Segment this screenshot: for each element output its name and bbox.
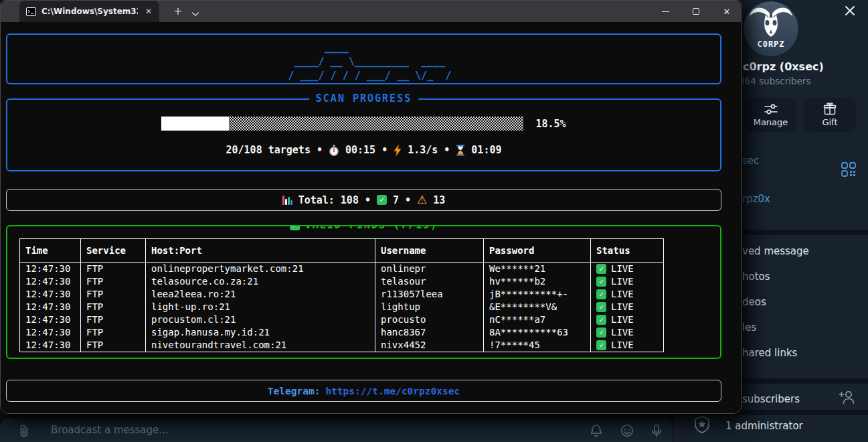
message-input[interactable]: Broadcast a message... xyxy=(51,424,169,436)
scan-progress-title: SCAN PROGRESS xyxy=(309,92,418,104)
tab-title: C:\Windows\System32\cmd.e xyxy=(41,7,138,16)
manage-button[interactable]: Manage xyxy=(745,98,796,132)
password-cell: !7*****45 xyxy=(484,339,591,352)
minimize-button[interactable] xyxy=(650,1,681,22)
subscribers-row[interactable]: subscribers xyxy=(742,393,800,405)
manage-label: Manage xyxy=(754,117,788,127)
service-cell: FTP xyxy=(81,313,146,326)
table-row: 12:47:30FTPonlinepropertymarket.com:21on… xyxy=(20,263,664,276)
lightning-icon xyxy=(394,145,402,156)
screen: { "terminal_window": { "tab_title": "C:\… xyxy=(0,0,868,442)
hourglass-icon xyxy=(456,145,465,156)
live-check-icon: ✓ xyxy=(596,315,606,325)
live-check-icon: ✓ xyxy=(596,264,606,274)
valid-finds-title: ✓ VALID FINDS (7/15) xyxy=(283,225,445,231)
time-cell: 12:47:30 xyxy=(20,275,81,288)
status-cell: ✓LIVE xyxy=(591,326,664,339)
live-check-icon: ✓ xyxy=(596,289,606,299)
live-label: LIVE xyxy=(611,263,634,275)
terminal-window: C:\Windows\System32\cmd.e ✕ + ✕ ____ ___… xyxy=(0,0,742,414)
emoji-icon[interactable] xyxy=(620,423,634,441)
close-icon[interactable] xyxy=(841,1,859,20)
hostport-cell: leea2leea.ro:21 xyxy=(146,288,375,301)
col-status: Status xyxy=(591,239,664,263)
channel-avatar[interactable]: C0RPZ xyxy=(744,1,798,56)
finds-table: Time Service Host:Port Username Password… xyxy=(19,238,664,352)
ascii-banner: ____ ____/ __ \_________ ____ / ___/ / /… xyxy=(276,41,452,83)
maximize-button[interactable] xyxy=(681,1,711,22)
col-service: Service xyxy=(81,239,146,263)
time-cell: 12:47:30 xyxy=(20,339,81,352)
password-cell: jB**********+- xyxy=(484,288,591,301)
sliders-icon xyxy=(764,103,778,115)
table-header-row: Time Service Host:Port Username Password… xyxy=(20,239,664,263)
progress-bar xyxy=(161,117,523,131)
service-cell: FTP xyxy=(81,326,146,339)
live-check-icon: ✓ xyxy=(596,327,606,338)
username-cell: nivx4452 xyxy=(375,339,484,352)
message-composer: Broadcast a message... xyxy=(0,419,673,442)
progress-stats: 20/108 targets • 00:15 • 1.3/s • xyxy=(7,144,720,156)
channel-username-link[interactable]: rpz0x xyxy=(742,193,770,205)
new-tab-button[interactable]: + xyxy=(169,3,187,19)
add-subscribers-icon[interactable] xyxy=(839,389,856,408)
qr-code-icon[interactable] xyxy=(841,161,857,177)
col-password: Password xyxy=(484,239,591,263)
window-close-button[interactable]: ✕ xyxy=(711,1,742,22)
telegram-link-box: Telegram: https://t.me/c0rpz0xsec xyxy=(6,380,721,402)
scan-progress-box: SCAN PROGRESS 18.5% 20/108 targets • 00:… xyxy=(6,98,721,171)
table-row: 12:47:30FTPnivetourandtravel.com:21nivx4… xyxy=(20,339,664,352)
svg-text:C0RPZ: C0RPZ xyxy=(757,40,784,49)
targets-count: 20/108 targets xyxy=(226,144,311,156)
password-cell: 8A**********63 xyxy=(484,326,591,339)
hostport-cell: onlinepropertymarket.com:21 xyxy=(146,263,375,276)
valid-finds-box: ✓ VALID FINDS (7/15) Time Service Host:P… xyxy=(6,225,721,359)
admin-shield-icon xyxy=(693,415,711,437)
progress-percent: 18.5% xyxy=(535,118,566,130)
status-cell: ✓LIVE xyxy=(591,313,664,326)
totals-count: 108 xyxy=(341,194,359,206)
tab-dropdown-chevron-icon[interactable] xyxy=(191,7,203,16)
table-row: 12:47:30FTPprocustom.cl:21procustonC****… xyxy=(20,313,664,326)
scan-rate: 1.3/s xyxy=(408,144,438,156)
totals-box: Total: 108 • ✓ 7 • ⚠ 13 xyxy=(6,189,721,211)
progress-bar-fill xyxy=(161,117,228,131)
terminal-tab[interactable]: C:\Windows\System32\cmd.e ✕ xyxy=(19,1,159,22)
warning-count: 13 xyxy=(433,194,445,206)
eta-time: 01:09 xyxy=(471,144,501,156)
time-cell: 12:47:30 xyxy=(20,313,81,326)
service-cell: FTP xyxy=(81,288,146,301)
terminal-titlebar[interactable]: C:\Windows\System32\cmd.e ✕ + ✕ xyxy=(1,1,741,22)
service-cell: FTP xyxy=(81,275,146,288)
service-cell: FTP xyxy=(81,301,146,313)
live-label: LIVE xyxy=(611,339,634,352)
status-cell: ✓LIVE xyxy=(591,339,664,352)
gift-label: Gift xyxy=(822,117,837,127)
channel-subscriber-count: 364 subscribers xyxy=(739,76,810,86)
microphone-icon[interactable] xyxy=(649,423,664,441)
telegram-url: https://t.me/c0rpz0xsec xyxy=(325,386,460,396)
username-cell: procusto xyxy=(375,313,484,326)
live-label: LIVE xyxy=(611,326,634,339)
time-cell: 12:47:30 xyxy=(20,301,81,313)
gift-button[interactable]: Gift xyxy=(804,98,856,132)
username-cell: hanc8367 xyxy=(375,326,484,339)
service-cell: FTP xyxy=(81,339,146,352)
username-cell: lightup xyxy=(375,301,484,313)
tab-close-icon[interactable]: ✕ xyxy=(143,7,154,16)
status-cell: ✓LIVE xyxy=(591,263,664,276)
bar-chart-icon xyxy=(282,195,292,205)
attach-icon[interactable] xyxy=(17,423,32,441)
table-row: 12:47:30FTPlight-up.ro:21lightup&E******… xyxy=(20,301,664,313)
col-time: Time xyxy=(20,239,81,263)
mute-bell-icon[interactable] xyxy=(589,423,604,441)
password-cell: hv******b2 xyxy=(484,275,591,288)
live-check-icon: ✓ xyxy=(596,277,606,287)
stopwatch-icon xyxy=(329,145,339,156)
time-cell: 12:47:30 xyxy=(20,263,81,276)
table-row: 12:47:30FTPleea2leea.ro:21r113057leeajB*… xyxy=(20,288,664,301)
status-cell: ✓LIVE xyxy=(591,275,664,288)
channel-invite-link[interactable]: sec xyxy=(742,155,759,167)
administrators-row[interactable]: 1 administrator xyxy=(725,420,803,432)
cmd-icon xyxy=(26,7,36,16)
